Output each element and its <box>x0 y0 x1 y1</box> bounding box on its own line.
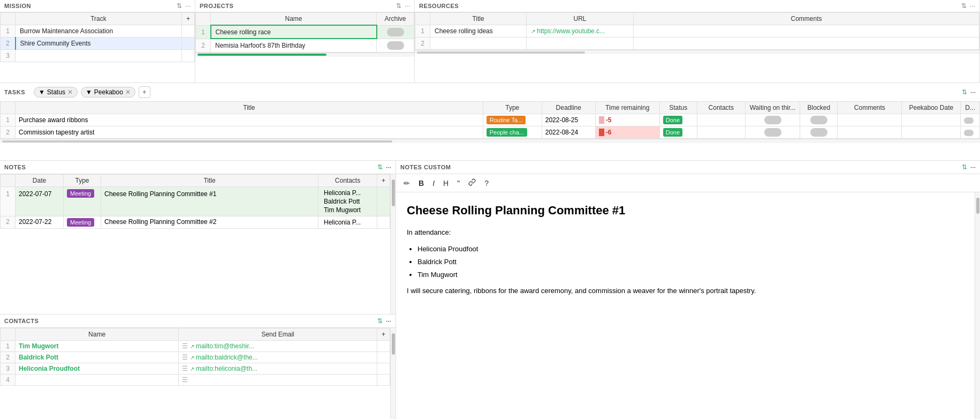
notes-custom-menu-icon[interactable]: ··· <box>970 163 976 171</box>
notes-filter-icon[interactable]: ⇅ <box>377 163 383 171</box>
contact-4-name[interactable] <box>16 375 179 386</box>
tasks-title-header: Title <box>16 102 483 114</box>
contact-1-name[interactable]: Tim Mugwort <box>16 341 179 352</box>
contact-3-ext-icon: ↗ <box>190 366 194 372</box>
project-row-1-name[interactable]: Cheese rolling race <box>211 25 377 39</box>
mission-row-3-track[interactable] <box>16 50 182 62</box>
contact-3-name[interactable]: Heliconia Proudfoot <box>16 363 179 375</box>
contacts-add-col[interactable]: + <box>377 328 390 341</box>
mission-row-1-track[interactable]: Burrow Maintenance Association <box>16 25 182 38</box>
task-2-blocked[interactable] <box>810 128 827 137</box>
peekaboo-filter-close[interactable]: ✕ <box>125 88 131 96</box>
toolbar-italic-btn[interactable]: I <box>430 178 437 189</box>
contacts-filter-icon[interactable]: ⇅ <box>377 317 383 325</box>
note-2-contact-1[interactable]: Heliconia P... <box>322 218 374 227</box>
task-1-d[interactable] <box>964 117 974 124</box>
contact-1-ext-icon: ↗ <box>190 343 194 349</box>
toolbar-bold-btn[interactable]: B <box>416 178 426 189</box>
toolbar-quote-btn[interactable]: " <box>455 178 462 189</box>
tasks-status-header: Status <box>659 102 697 114</box>
note-1-contact-1[interactable]: Heliconia P... <box>322 189 374 197</box>
note-1-contact-3[interactable]: Tim Mugwort <box>322 206 374 214</box>
contacts-menu-icon[interactable]: ··· <box>386 317 391 325</box>
resources-menu-icon[interactable]: ··· <box>970 2 975 10</box>
toolbar-heading-btn[interactable]: H <box>441 178 451 189</box>
contact-2-email-link[interactable]: mailto:baldrick@the... <box>196 354 258 361</box>
resource-row-2-url[interactable] <box>527 38 634 50</box>
toolbar-help-btn[interactable]: ? <box>482 178 491 189</box>
mission-add-col[interactable]: + <box>181 13 194 25</box>
mission-menu-icon[interactable]: ··· <box>185 2 191 10</box>
notes-title-header: Title <box>101 175 318 187</box>
peekaboo-filter-chip[interactable]: ▼ Peekaboo ✕ <box>81 87 135 98</box>
tasks-type-header: Type <box>483 102 542 114</box>
tasks-time-header: Time remaining <box>595 102 659 114</box>
resource-url-link[interactable]: https://www.youtube.c... <box>537 27 605 35</box>
task-1-status: Done <box>663 116 682 124</box>
contacts-email-header: Send Email <box>179 328 377 341</box>
task-2-peekaboo[interactable] <box>902 126 961 139</box>
task-2-type[interactable]: People cha... <box>487 128 527 137</box>
tasks-filter-icon[interactable]: ⇅ <box>962 88 967 96</box>
peekaboo-filter-label: Peekaboo <box>94 88 123 96</box>
note-1-title[interactable]: Cheese Rolling Planning Committee #1 <box>101 187 318 216</box>
project-row-1-archive[interactable] <box>387 28 404 36</box>
toolbar-link-btn[interactable] <box>466 177 478 189</box>
table-row: 1 Burrow Maintenance Association <box>1 25 195 38</box>
toolbar-pencil-btn[interactable]: ✏ <box>401 178 412 189</box>
task-1-waiting[interactable] <box>764 116 781 124</box>
note-body: I will secure catering, ribbons for the … <box>407 286 964 297</box>
notes-custom-filter-icon[interactable]: ⇅ <box>962 163 967 171</box>
task-2-title[interactable]: Commission tapestry artist <box>16 126 483 139</box>
add-filter-button[interactable]: + <box>139 86 150 98</box>
projects-menu-icon[interactable]: ··· <box>405 2 410 10</box>
status-filter-label: Status <box>47 88 65 96</box>
project-row-2-name[interactable]: Nemisia Harfoot's 87th Birthday <box>211 39 377 52</box>
note-1-type[interactable]: Meeting <box>67 189 94 198</box>
task-1-blocked[interactable] <box>810 116 827 124</box>
task-1-type[interactable]: Routine Ta... <box>487 116 526 124</box>
task-2-contacts[interactable] <box>697 126 745 139</box>
notes-title: NOTES <box>4 164 26 170</box>
task-1-comments[interactable] <box>838 114 902 126</box>
resource-row-2-comments[interactable] <box>634 38 979 50</box>
tasks-peekaboo-header: Peekaboo Date <box>902 102 961 114</box>
projects-filter-icon[interactable]: ⇅ <box>396 2 401 10</box>
status-filter-chip[interactable]: ▼ Status ✕ <box>34 87 78 98</box>
resource-row-2-title[interactable] <box>430 38 527 50</box>
notes-contacts-header: Contacts <box>318 175 377 187</box>
task-2-comments[interactable] <box>838 126 902 139</box>
resource-row-1-url[interactable]: ↗ https://www.youtube.c... <box>527 25 634 38</box>
resources-title: RESOURCES <box>419 3 459 9</box>
mission-filter-icon[interactable]: ⇅ <box>177 2 182 10</box>
resources-filter-icon[interactable]: ⇅ <box>961 2 967 10</box>
status-filter-close[interactable]: ✕ <box>67 88 73 96</box>
contact-3-email-link[interactable]: mailto:heliconia@th... <box>196 365 257 372</box>
task-2-waiting[interactable] <box>764 128 781 137</box>
project-row-2-archive[interactable] <box>387 41 404 50</box>
contacts-name-header: Name <box>16 328 179 341</box>
task-1-time: -5 <box>606 116 612 124</box>
resource-row-1-title[interactable]: Cheese rolling ideas <box>430 25 527 38</box>
tasks-menu-icon[interactable]: ··· <box>970 88 976 96</box>
note-2-date[interactable]: 2022-07-22 <box>16 216 64 229</box>
note-1-date[interactable]: 2022-07-07 <box>16 187 64 216</box>
tasks-contacts-header: Contacts <box>697 102 745 114</box>
notes-menu-icon[interactable]: ··· <box>386 163 391 171</box>
task-2-d[interactable] <box>964 130 974 136</box>
note-1-contact-2[interactable]: Baldrick Pott <box>322 197 374 206</box>
contact-2-name[interactable]: Baldrick Pott <box>16 352 179 363</box>
resource-row-1-comments[interactable] <box>634 25 979 38</box>
note-2-title[interactable]: Cheese Rolling Planning Committee #2 <box>101 216 318 229</box>
notes-add-col[interactable]: + <box>377 175 390 187</box>
task-1-contacts[interactable] <box>697 114 745 126</box>
task-1-title[interactable]: Purchase award ribbons <box>16 114 483 126</box>
tasks-deadline-header: Deadline <box>542 102 595 114</box>
contact-1-email-link[interactable]: mailto:tim@theshir... <box>196 342 254 350</box>
mission-row-2-track[interactable]: Shire Community Events <box>16 38 182 50</box>
rich-text-toolbar: ✏ B I H " ? <box>396 174 980 192</box>
table-row: 2 Shire Community Events <box>1 38 195 50</box>
contact-row-2: 2 Baldrick Pott ☰ ↗ mailto:baldrick@the.… <box>1 352 390 363</box>
note-2-type[interactable]: Meeting <box>67 218 94 227</box>
task-1-peekaboo[interactable] <box>902 114 961 126</box>
